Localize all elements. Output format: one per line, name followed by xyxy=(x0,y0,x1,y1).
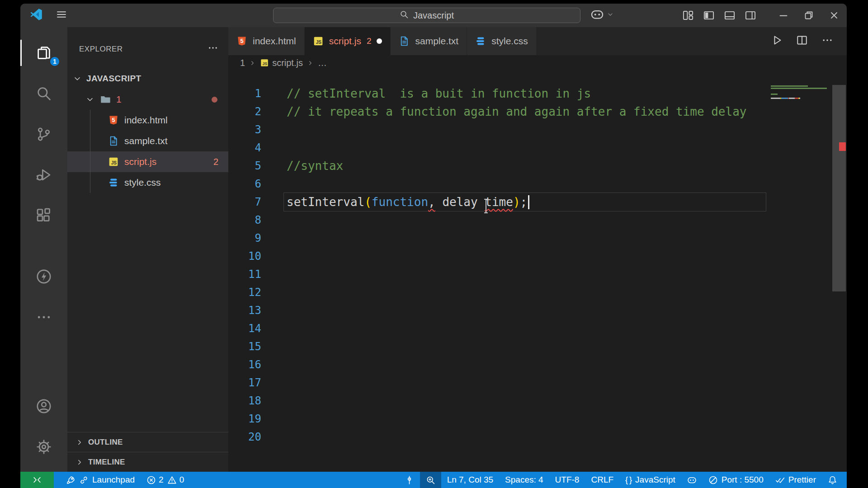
minimap[interactable] xyxy=(767,70,830,472)
code-line-2[interactable]: // it repeats a function again and again… xyxy=(287,103,746,121)
tab-sample.txt[interactable]: sample.txt xyxy=(391,27,467,55)
search-icon xyxy=(36,85,52,102)
code-line-1[interactable]: // setInterval is a buit in function in … xyxy=(287,84,591,103)
titlebar-layout-icon[interactable] xyxy=(678,4,698,27)
copilot-menu[interactable] xyxy=(590,8,614,23)
activity-source-control[interactable] xyxy=(20,114,67,155)
line-number-19[interactable]: 19 xyxy=(228,410,261,428)
status-encoding[interactable]: UTF-8 xyxy=(549,472,585,488)
status-indentation[interactable]: Spaces: 4 xyxy=(499,472,549,488)
line-number-13[interactable]: 13 xyxy=(228,301,261,319)
item-label: sample.txt xyxy=(124,136,168,146)
file-sample.txt[interactable]: sample.txt xyxy=(67,131,228,151)
restore-button[interactable] xyxy=(796,4,821,27)
line-number-14[interactable]: 14 xyxy=(228,319,261,338)
js-icon: JS xyxy=(260,58,269,67)
activity-run-and-debug[interactable] xyxy=(20,155,67,195)
minimize-button[interactable] xyxy=(771,4,796,27)
file-tree: JAVASCRIPT15index.htmlsample.txtJSscript… xyxy=(67,68,228,193)
command-center-search[interactable]: Javascript xyxy=(273,8,580,23)
line-number-12[interactable]: 12 xyxy=(228,283,261,301)
line-number-10[interactable]: 10 xyxy=(228,247,261,265)
status-problems[interactable]: 20 xyxy=(141,472,190,488)
activity-explorer[interactable]: 1 xyxy=(20,33,67,73)
status-formatter[interactable]: Prettier xyxy=(769,472,822,488)
token: ; xyxy=(520,195,528,209)
line-number-1[interactable]: 1 xyxy=(228,84,261,103)
scrollbar-slider[interactable] xyxy=(832,85,846,291)
line-number-20[interactable]: 20 xyxy=(228,428,261,446)
tab-style.css[interactable]: style.css xyxy=(467,27,537,55)
line-number-2[interactable]: 2 xyxy=(228,103,261,121)
remote-indicator[interactable] xyxy=(20,472,54,488)
section-outline[interactable]: OUTLINE xyxy=(67,432,228,452)
status-copilot[interactable] xyxy=(681,472,703,488)
more-actions-button[interactable] xyxy=(821,34,833,48)
split-editor-button[interactable] xyxy=(796,34,808,48)
line-number-9[interactable]: 9 xyxy=(228,229,261,247)
line-number-15[interactable]: 15 xyxy=(228,338,261,356)
run-file-button[interactable] xyxy=(771,34,783,48)
status-end-of-line[interactable]: CRLF xyxy=(585,472,619,488)
line-number-3[interactable]: 3 xyxy=(228,121,261,139)
account-icon xyxy=(36,398,52,414)
close-button[interactable] xyxy=(821,4,847,27)
line-number-11[interactable]: 11 xyxy=(228,265,261,283)
section-timeline[interactable]: TIMELINE xyxy=(67,452,228,472)
status-launchpad[interactable]: Launchpad xyxy=(60,472,141,488)
workspace-row[interactable]: JAVASCRIPT xyxy=(67,68,228,89)
status-notifications[interactable] xyxy=(822,472,843,488)
file-style.css[interactable]: style.css xyxy=(67,172,228,193)
activity-accounts[interactable] xyxy=(20,386,67,427)
activity-search[interactable] xyxy=(20,73,67,114)
titlebar-center: Javascript xyxy=(253,4,614,27)
titlebar-sidebar-right-icon[interactable] xyxy=(740,4,761,27)
folder-1[interactable]: 1 xyxy=(67,89,228,110)
line-number-7[interactable]: 7 xyxy=(228,193,261,211)
tab-script.js[interactable]: JSscript.js2 xyxy=(305,27,391,55)
status-caret-indicator[interactable] xyxy=(399,472,420,488)
modified-dot-icon[interactable] xyxy=(377,38,382,44)
ellipsis-icon[interactable] xyxy=(208,42,218,56)
status-live-server-port[interactable]: Port : 5500 xyxy=(703,472,769,488)
menu-icon xyxy=(56,9,67,20)
activity-more-views[interactable] xyxy=(20,297,67,338)
menu-icon[interactable] xyxy=(56,9,67,22)
chevron-down-icon xyxy=(607,11,614,20)
titlebar-panel-icon[interactable] xyxy=(719,4,740,27)
titlebar-sidebar-left-icon[interactable] xyxy=(698,4,719,27)
status-language-mode[interactable]: { }JavaScript xyxy=(619,472,681,488)
activity-extensions[interactable] xyxy=(20,195,67,236)
activity-live-server[interactable] xyxy=(20,256,67,297)
ellipsis-icon xyxy=(208,42,218,53)
activity-settings[interactable] xyxy=(20,427,67,467)
line-number-16[interactable]: 16 xyxy=(228,356,261,374)
minimap-line-1 xyxy=(771,85,808,87)
line-number-17[interactable]: 17 xyxy=(228,374,261,392)
item-label: index.html xyxy=(124,115,168,126)
line-number-18[interactable]: 18 xyxy=(228,392,261,410)
breadcrumb-item[interactable]: … xyxy=(318,58,327,68)
tab-label: script.js xyxy=(329,36,361,47)
line-number-8[interactable]: 8 xyxy=(228,211,261,229)
split-editor-icon xyxy=(796,34,808,46)
code-editor[interactable]: 1234567891011121314151617181920 // setIn… xyxy=(228,70,847,472)
status-cursor-position[interactable]: Ln 7, Col 35 xyxy=(441,472,499,488)
breadcrumb-item[interactable]: JSscript.js xyxy=(260,58,303,68)
status-zoom[interactable] xyxy=(420,472,441,488)
line-number-5[interactable]: 5 xyxy=(228,157,261,175)
editor-scrollbar[interactable] xyxy=(832,70,846,472)
line-number-4[interactable]: 4 xyxy=(228,139,261,157)
tab-index.html[interactable]: 5index.html xyxy=(228,27,305,55)
breadcrumb-item[interactable]: 1 xyxy=(240,58,245,68)
file-index.html[interactable]: 5index.html xyxy=(67,110,228,131)
line-number-6[interactable]: 6 xyxy=(228,175,261,193)
workbench: 1 EXPLORER JAVASCRIPT15index.htmlsample.… xyxy=(20,27,847,472)
tabs: 5index.htmlJSscript.js2sample.txtstyle.c… xyxy=(228,27,537,55)
code-line-5[interactable]: //syntax xyxy=(287,157,343,175)
token: // setInterval is a buit in function in … xyxy=(287,87,591,100)
run-icon xyxy=(771,34,783,46)
code-line-7[interactable]: setInterval(function, delay time); xyxy=(287,193,527,211)
link-icon xyxy=(79,475,89,485)
file-script.js[interactable]: JSscript.js2 xyxy=(67,151,228,172)
